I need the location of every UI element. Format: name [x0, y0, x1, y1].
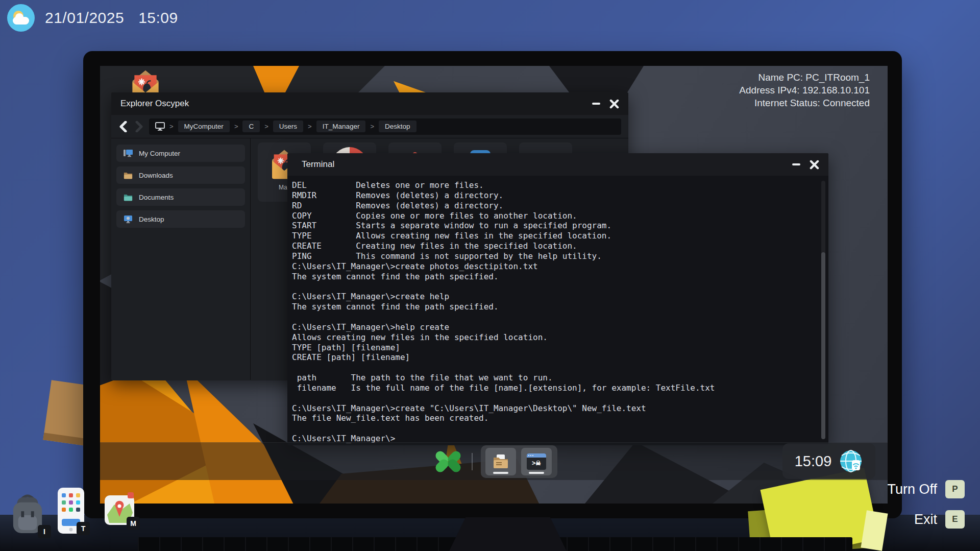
terminal-title: Terminal [287, 159, 334, 170]
terminal-output[interactable]: DEL Deletes one or more files. RMDIR Rem… [287, 176, 828, 444]
explorer-navbar: > MyComputer > C > Users > IT_Manager > … [111, 115, 628, 138]
terminal-line [292, 281, 815, 292]
terminal-line: The system cannot find the path specifie… [292, 272, 815, 282]
terminal-line [292, 363, 815, 373]
terminal-titlebar[interactable]: Terminal [287, 153, 828, 176]
exit-button[interactable]: Exit E [914, 510, 965, 529]
close-icon[interactable] [609, 99, 619, 109]
forward-icon[interactable] [134, 121, 144, 132]
computer-icon [124, 149, 133, 157]
file-explorer-icon [492, 453, 510, 470]
terminal-line: RMDIR Removes (deletes) a directory. [292, 190, 815, 201]
active-app-indicator [529, 472, 544, 474]
explorer-sidebar: My Computer Downloads [111, 138, 251, 380]
hud-datetime: 21/01/2025 15:09 [7, 4, 178, 32]
hud-time: 15:09 [138, 9, 178, 27]
explorer-title: Explorer Oscypek [111, 99, 189, 109]
os-screen: Name PC: PC_ITRoom_1 Address IPv4: 192.1… [100, 66, 888, 504]
exit-label: Exit [914, 512, 937, 528]
sidebar-item-documents[interactable]: Documents [116, 188, 245, 206]
pc-ip: Address IPv4: 192.168.10.101 [739, 84, 870, 97]
minimize-icon[interactable] [592, 103, 600, 105]
hud-date: 21/01/2025 [45, 9, 124, 27]
terminal-line [292, 423, 815, 434]
close-icon[interactable] [810, 160, 819, 170]
terminal-line: COPY Copies one or more files to another… [292, 211, 815, 221]
clock-time: 15:09 [795, 453, 832, 470]
breadcrumb-users[interactable]: Users [273, 121, 303, 132]
breadcrumb-c[interactable]: C [242, 121, 260, 132]
turn-off-label: Turn Off [887, 482, 937, 497]
terminal-line: Allows creating new files in the specifi… [292, 332, 815, 343]
breadcrumb: > MyComputer > C > Users > IT_Manager > … [149, 118, 621, 135]
sidebar-item-my-computer[interactable]: My Computer [116, 145, 245, 162]
terminal-line: TYPE Allows creating new files in the sp… [292, 231, 815, 241]
game-scene: Name PC: PC_ITRoom_1 Address IPv4: 192.1… [0, 0, 980, 551]
terminal-line: TYPE [path] [filename] [292, 343, 815, 353]
map-button[interactable]: M [104, 492, 138, 530]
taskbar-app-dock: >☠ [481, 445, 557, 478]
sidebar-label: My Computer [139, 150, 180, 157]
terminal-line: C:\Users\IT_Manager\>create help [292, 292, 815, 302]
sidebar-item-desktop[interactable]: Desktop [116, 210, 245, 228]
breadcrumb-itmanager[interactable]: IT_Manager [316, 121, 366, 132]
start-button[interactable] [436, 450, 460, 473]
pc-info-panel: Name PC: PC_ITRoom_1 Address IPv4: 192.1… [739, 71, 870, 109]
sidebar-label: Downloads [139, 172, 173, 179]
desktop-icon [124, 215, 133, 223]
exit-keybind: E [945, 510, 965, 529]
breadcrumb-mycomputer[interactable]: MyComputer [178, 121, 230, 132]
turn-off-button[interactable]: Turn Off P [887, 480, 965, 498]
terminal-line: The file New_file.text has been created. [292, 413, 815, 423]
terminal-skull-icon: >☠ [527, 453, 546, 470]
taskbar: >☠ 15:09 [100, 442, 888, 480]
terminal-line: C:\Users\IT_Manager\>create photos_desct… [292, 261, 815, 272]
map-keybind: M [127, 517, 140, 530]
chevron-right-icon: > [308, 123, 312, 130]
explorer-titlebar[interactable]: Explorer Oscypek [111, 92, 628, 115]
inventory-button[interactable]: I [10, 492, 48, 538]
terminal-line: DEL Deletes one or more files. [292, 180, 815, 190]
sidebar-label: Documents [139, 194, 174, 201]
sun-cloud-icon[interactable] [7, 4, 35, 32]
terminal-line: The system cannot find the path specifie… [292, 302, 815, 312]
taskbar-divider [472, 453, 473, 470]
folder-documents-icon [124, 194, 133, 201]
minimize-icon[interactable] [792, 163, 800, 165]
phone-button[interactable]: T [57, 487, 87, 537]
pc-name: Name PC: PC_ITRoom_1 [739, 71, 870, 84]
taskbar-clock[interactable]: 15:09 [782, 443, 875, 479]
hud-actions: Turn Off P Exit E [887, 480, 965, 529]
terminal-line: filename Is the full name of the file [n… [292, 383, 815, 393]
chevron-right-icon: > [169, 123, 174, 130]
breadcrumb-desktop[interactable]: Desktop [379, 121, 416, 132]
taskbar-terminal-button[interactable]: >☠ [521, 448, 552, 475]
sidebar-label: Desktop [139, 215, 164, 223]
phone-keybind: T [77, 522, 90, 535]
terminal-line: RD Removes (deletes) a directory. [292, 201, 815, 211]
monitor-stand [449, 517, 567, 551]
terminal-line [292, 312, 815, 322]
terminal-line: C:\Users\IT_Manager\>create "C:\Users\IT… [292, 403, 815, 414]
chevron-right-icon: > [264, 123, 268, 130]
monitor-icon[interactable] [155, 122, 165, 131]
globe-wifi-icon[interactable] [839, 449, 863, 473]
scrollbar[interactable] [821, 181, 825, 439]
terminal-window: Terminal DEL Deletes one or more files. … [287, 153, 828, 445]
inventory-keybind: I [38, 525, 51, 538]
chevron-right-icon: > [234, 123, 238, 130]
monitor-bezel: Name PC: PC_ITRoom_1 Address IPv4: 192.1… [83, 51, 902, 518]
chevron-right-icon: > [370, 123, 374, 130]
active-app-indicator [493, 472, 508, 474]
terminal-line: PING This command is not supported by th… [292, 251, 815, 261]
terminal-line: path The path to the file that we want t… [292, 373, 815, 383]
pc-internet-status: Internet Status: Connected [739, 97, 870, 109]
folder-downloads-icon [124, 172, 133, 179]
terminal-line: START Starts a separate window to run a … [292, 221, 815, 231]
terminal-line [292, 393, 815, 403]
terminal-line: CREATE Creating new files in the specifi… [292, 241, 815, 251]
scrollbar-thumb[interactable] [821, 252, 825, 439]
back-icon[interactable] [118, 121, 129, 132]
taskbar-file-explorer-button[interactable] [485, 448, 516, 475]
sidebar-item-downloads[interactable]: Downloads [116, 166, 245, 184]
